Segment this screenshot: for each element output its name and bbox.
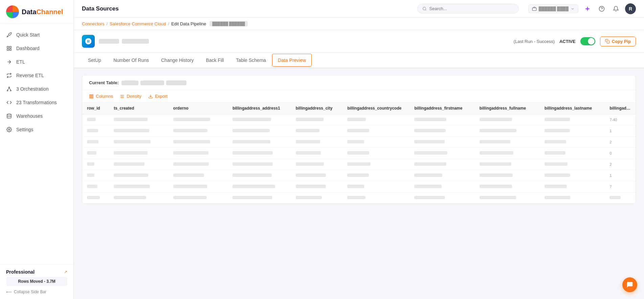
sidebar-item-etl[interactable]: ETL xyxy=(0,55,73,69)
svg-point-6 xyxy=(10,90,11,91)
table-row: 7-40 xyxy=(82,114,636,125)
breadcrumb-connectors[interactable]: Connectors xyxy=(82,21,104,26)
table-cell xyxy=(409,148,474,159)
sidebar-item-label: 3 Orchestration xyxy=(16,86,49,92)
active-label: ACTIVE xyxy=(559,39,576,44)
table-cell xyxy=(291,148,343,159)
tab-data-preview[interactable]: Data Preview xyxy=(272,54,312,67)
sidebar-item-label: Reverse ETL xyxy=(16,73,44,78)
copy-pipeline-button[interactable]: Copy Pip xyxy=(600,37,636,46)
columns-button[interactable]: Columns xyxy=(89,94,113,99)
last-run-status: (Last Run - Success) xyxy=(514,39,555,44)
export-button[interactable]: Export xyxy=(148,94,168,99)
table-cell xyxy=(409,181,474,192)
table-cell xyxy=(291,137,343,148)
nav-menu: Quick Start Dashboard ETL Reverse ETL xyxy=(0,24,73,264)
active-toggle[interactable] xyxy=(580,37,595,45)
table-cell xyxy=(169,192,228,204)
ai-assistant-button[interactable] xyxy=(582,4,593,14)
briefcase-icon xyxy=(532,6,537,11)
table-cell xyxy=(82,137,109,148)
search-input[interactable] xyxy=(429,6,514,11)
reverse-etl-icon xyxy=(6,72,12,78)
sidebar-item-orchestration[interactable]: 3 Orchestration xyxy=(0,82,73,96)
table-cell xyxy=(605,192,636,204)
notifications-button[interactable] xyxy=(611,4,621,14)
breadcrumb-salesforce[interactable]: Salesforce Commerce Cloud xyxy=(110,21,166,26)
breadcrumb-edit: Edit Data Pipeline xyxy=(171,21,206,26)
col-billing-fullname: billingaddress_fullname xyxy=(475,102,540,114)
transformations-icon xyxy=(6,99,12,106)
table-cell xyxy=(540,159,605,170)
sidebar-logo: DataChannel xyxy=(0,0,73,24)
sidebar-item-dashboard[interactable]: Dashboard xyxy=(0,42,73,55)
toolbar-row: Columns Density Export xyxy=(82,90,636,102)
col-billing-firstname: billingaddress_firstname xyxy=(409,102,474,114)
table-cell: 2 xyxy=(605,159,636,170)
table-row xyxy=(82,192,636,204)
table-cell xyxy=(475,192,540,204)
table-cell xyxy=(540,125,605,137)
table-cell xyxy=(475,181,540,192)
svg-line-8 xyxy=(9,88,11,90)
svg-rect-17 xyxy=(90,94,90,98)
workspace-label: ██████ ████ xyxy=(539,6,569,11)
sidebar-item-label: Dashboard xyxy=(16,46,40,51)
search-bar[interactable] xyxy=(417,4,519,14)
sidebar-item-label: ETL xyxy=(16,59,25,65)
pipeline-header-card: (Last Run - Success) ACTIVE Copy Pip xyxy=(74,30,644,53)
pipeline-name xyxy=(99,39,149,44)
table-cell: 1 xyxy=(605,170,636,181)
sidebar-item-transformations[interactable]: 23 Transformations xyxy=(0,96,73,109)
table-cell xyxy=(475,114,540,125)
avatar[interactable]: R xyxy=(625,3,636,14)
table-cell xyxy=(342,192,409,204)
help-button[interactable] xyxy=(597,4,607,14)
help-icon xyxy=(599,6,605,12)
tab-number-of-runs[interactable]: Number Of Runs xyxy=(107,53,155,68)
table-cell xyxy=(291,181,343,192)
svg-rect-3 xyxy=(7,49,9,50)
table-cell xyxy=(342,148,409,159)
logo-text: DataChannel xyxy=(22,8,63,16)
tab-table-schema[interactable]: Table Schema xyxy=(230,53,272,68)
connector-icon xyxy=(82,35,95,48)
sidebar-item-settings[interactable]: Settings xyxy=(0,123,73,136)
table-cell xyxy=(475,148,540,159)
tab-setup[interactable]: SetUp xyxy=(82,53,107,68)
collapse-sidebar-button[interactable]: ⟵ Collapse Side Bar xyxy=(6,290,67,294)
sidebar-item-reverse-etl[interactable]: Reverse ETL xyxy=(0,69,73,82)
sidebar-item-quick-start[interactable]: Quick Start xyxy=(0,28,73,42)
tab-change-history[interactable]: Change History xyxy=(155,53,200,68)
page-title: Data Sources xyxy=(82,5,119,12)
pipeline-header-right: (Last Run - Success) ACTIVE Copy Pip xyxy=(514,37,636,46)
table-cell xyxy=(169,181,228,192)
chat-bubble-button[interactable] xyxy=(622,277,637,292)
search-icon xyxy=(422,6,427,11)
preview-card: Current Table: Columns Densi xyxy=(82,75,636,204)
data-table: row_id ts_created orderno billingaddress… xyxy=(82,102,636,204)
col-billing-lastname: billingaddress_lastname xyxy=(540,102,605,114)
table-name-p3 xyxy=(166,80,186,85)
pipeline-name-part2 xyxy=(122,39,149,44)
col-billing-city: billingaddress_city xyxy=(291,102,343,114)
table-cell xyxy=(109,170,168,181)
columns-icon xyxy=(89,94,94,99)
grid-icon xyxy=(6,45,12,51)
svg-rect-13 xyxy=(532,8,536,10)
table-cell xyxy=(228,137,291,148)
svg-point-10 xyxy=(8,129,10,130)
table-row: 0 xyxy=(82,148,636,159)
etl-icon xyxy=(6,59,12,65)
table-row: 7 xyxy=(82,181,636,192)
table-cell xyxy=(169,170,228,181)
workspace-selector[interactable]: ██████ ████ xyxy=(528,4,578,13)
external-link-icon[interactable]: ↗ xyxy=(64,270,67,274)
sidebar-item-warehouses[interactable]: Warehouses xyxy=(0,109,73,123)
density-button[interactable]: Density xyxy=(120,94,141,99)
table-name xyxy=(121,80,186,85)
table-cell: 7 xyxy=(605,181,636,192)
table-name-p1 xyxy=(121,80,138,85)
tab-back-fill[interactable]: Back Fill xyxy=(200,53,230,68)
table-cell xyxy=(475,159,540,170)
